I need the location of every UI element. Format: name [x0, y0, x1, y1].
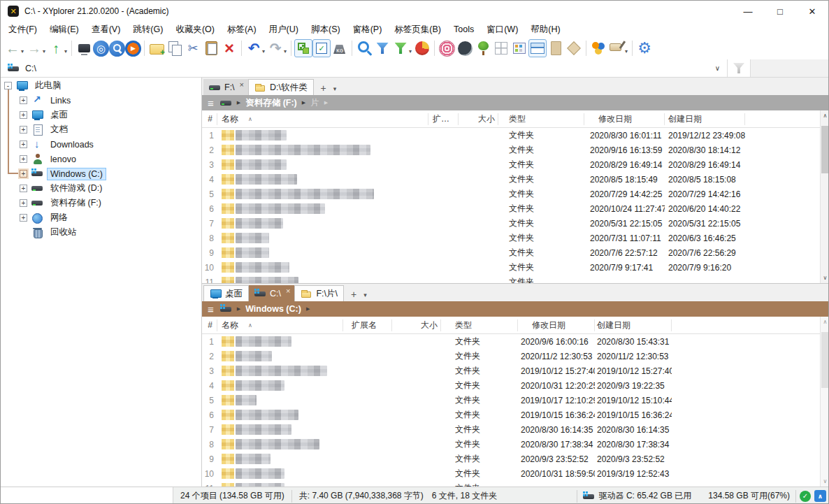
- menu-item[interactable]: 标签(A): [221, 22, 263, 37]
- status-panel-toggle-icon[interactable]: ∧: [814, 490, 826, 502]
- rotate-panel-icon[interactable]: [565, 39, 583, 57]
- scrollbar-thumb[interactable]: [821, 126, 829, 173]
- tree-item-label[interactable]: lenovo: [48, 154, 79, 165]
- tree-expander-icon[interactable]: +: [20, 111, 27, 119]
- breadcrumb-drive-icon[interactable]: [220, 304, 232, 314]
- address-input[interactable]: C:\: [25, 64, 36, 73]
- tree-item-label[interactable]: Windows (C:): [48, 168, 106, 180]
- tree-item[interactable]: + Windows (C:): [1, 166, 201, 181]
- tree-item[interactable]: + Downloads: [1, 137, 201, 152]
- tree-item[interactable]: - 此电脑: [1, 78, 201, 93]
- tree-expander-icon[interactable]: +: [20, 126, 27, 134]
- thumbnails-icon[interactable]: [492, 39, 510, 57]
- file-row[interactable]: 7 文件夹 2020/8/30 16:14:35 2020/8/30 16:14…: [202, 422, 829, 437]
- file-row[interactable]: 11 文件夹: [202, 481, 829, 487]
- scroll-down-icon[interactable]: ∨: [821, 273, 829, 283]
- new-tab-button[interactable]: +: [314, 82, 332, 95]
- address-dropdown-icon[interactable]: ∨: [708, 64, 727, 72]
- calculate-folder-size-icon[interactable]: [331, 39, 349, 57]
- menu-item[interactable]: 文件(F): [2, 22, 43, 37]
- tab[interactable]: F:\片\: [294, 285, 344, 301]
- column-header-created[interactable]: 创建日期: [665, 113, 745, 125]
- file-row[interactable]: 8 文件夹 2020/8/30 17:38:34 2020/8/30 17:38…: [202, 437, 829, 452]
- menu-item[interactable]: 查看(V): [85, 22, 127, 37]
- column-header-modified[interactable]: 修改日期: [518, 319, 595, 331]
- tree-item[interactable]: + 软件游戏 (D:): [1, 181, 201, 196]
- scroll-down-icon[interactable]: ∨: [821, 476, 829, 487]
- file-row[interactable]: 11 文件夹: [202, 275, 829, 283]
- dark-mode-icon[interactable]: [456, 39, 474, 57]
- address-bar[interactable]: C:\ ∨: [1, 59, 828, 78]
- cut-icon[interactable]: [184, 39, 202, 57]
- preview-panel-icon[interactable]: [547, 39, 565, 57]
- file-row[interactable]: 6 文件夹 2019/10/15 16:36:24 2019/10/15 16:…: [202, 408, 829, 422]
- tree-item[interactable]: + Links: [1, 93, 201, 108]
- back-icon[interactable]: [3, 39, 22, 57]
- breadcrumb-segment[interactable]: 片: [310, 97, 319, 109]
- tree-expander-icon[interactable]: +: [20, 185, 27, 192]
- tab-close-icon[interactable]: ×: [240, 80, 244, 89]
- up-icon[interactable]: [47, 39, 65, 57]
- column-header-type[interactable]: 类型: [441, 319, 518, 331]
- scrollbar-thumb[interactable]: [821, 332, 829, 388]
- tree-item-label[interactable]: 回收站: [48, 226, 80, 239]
- file-row[interactable]: 3 文件夹 2019/10/12 15:27:40 2019/10/12 15:…: [202, 363, 829, 378]
- menu-item[interactable]: 帮助(H): [524, 22, 566, 37]
- file-row[interactable]: 8 文件夹 2020/7/31 11:07:11 2020/6/3 16:46:…: [202, 231, 829, 245]
- breadcrumb-menu-icon[interactable]: ≡: [208, 97, 214, 109]
- hotlist-icon[interactable]: [93, 41, 109, 57]
- undo-icon[interactable]: [245, 39, 263, 57]
- file-row[interactable]: 2 文件夹 2020/9/16 16:13:59 2020/8/30 18:14…: [202, 143, 829, 157]
- file-row[interactable]: 1 文件夹 2020/9/6 16:00:16 2020/8/30 15:43:…: [202, 334, 829, 349]
- menu-item[interactable]: 脚本(S): [305, 22, 347, 37]
- zoom-icon[interactable]: [109, 41, 125, 57]
- column-header-size[interactable]: 大小: [392, 319, 441, 331]
- menu-item[interactable]: Tools: [447, 23, 480, 36]
- file-row[interactable]: 5 文件夹 2019/10/17 12:10:29 2019/10/12 15:…: [202, 393, 829, 408]
- tree-expander-icon[interactable]: +: [20, 155, 27, 163]
- paste-icon[interactable]: [202, 39, 220, 57]
- file-row[interactable]: 3 文件夹 2020/8/29 16:49:14 2020/8/29 16:49…: [202, 157, 829, 172]
- tree-item-label[interactable]: 文档: [48, 123, 71, 136]
- tab[interactable]: D:\软件类: [248, 79, 313, 95]
- file-row[interactable]: 5 文件夹 2020/7/29 14:42:25 2020/7/29 14:42…: [202, 187, 829, 201]
- file-row[interactable]: 4 文件夹 2020/8/5 18:15:49 2020/8/5 18:15:0…: [202, 172, 829, 187]
- tab[interactable]: C:\ ×: [249, 285, 294, 301]
- column-header-index[interactable]: #: [202, 113, 217, 125]
- column-header-index[interactable]: #: [202, 319, 217, 331]
- color-filters-icon[interactable]: [589, 39, 607, 57]
- split-view-icon[interactable]: [528, 39, 547, 57]
- highlight-folder-icon[interactable]: [607, 39, 626, 57]
- details-view-icon[interactable]: [510, 39, 528, 57]
- live-search-icon[interactable]: [355, 39, 373, 57]
- tree-item[interactable]: + lenovo: [1, 152, 201, 166]
- tab-close-icon[interactable]: ×: [286, 287, 290, 295]
- tree-item[interactable]: + 桌面: [1, 108, 201, 122]
- visual-filter-icon[interactable]: [733, 63, 744, 73]
- tree-item[interactable]: + 文档: [1, 122, 201, 137]
- breadcrumb-drive-icon[interactable]: [220, 98, 232, 108]
- tab-list-dropdown-icon[interactable]: ▾: [362, 291, 371, 301]
- new-tab-button[interactable]: +: [344, 289, 362, 301]
- breadcrumb-segment[interactable]: 资料存储 (F:): [245, 97, 297, 109]
- tree-expander-icon[interactable]: +: [20, 96, 27, 104]
- tree-toggle-icon[interactable]: [294, 39, 312, 57]
- file-row[interactable]: 10 文件夹 2020/10/31 18:59:50 2019/3/19 12:…: [202, 466, 829, 481]
- sync-folder-view-icon[interactable]: [75, 39, 93, 57]
- delete-icon[interactable]: [220, 39, 238, 57]
- tab-list-dropdown-icon[interactable]: ▾: [332, 85, 341, 95]
- file-row[interactable]: 9 文件夹 2020/7/6 22:57:12 2020/7/6 22:56:2…: [202, 245, 829, 260]
- tree-expander-icon[interactable]: +: [20, 199, 27, 207]
- tab[interactable]: F:\ ×: [203, 79, 248, 95]
- quick-filter-icon[interactable]: [391, 39, 410, 57]
- column-header-modified[interactable]: 修改日期: [584, 113, 665, 125]
- scroll-up-icon[interactable]: ∧: [821, 110, 829, 121]
- tree-expander-icon[interactable]: +: [20, 170, 27, 178]
- tree-item-label[interactable]: 软件游戏 (D:): [48, 182, 105, 195]
- bottom-scrollbar[interactable]: ∧ ∨: [820, 317, 829, 487]
- column-header-name[interactable]: 名称∧: [217, 113, 428, 125]
- close-button[interactable]: ✕: [796, 1, 828, 22]
- tree-item[interactable]: 回收站: [1, 225, 201, 240]
- minimize-button[interactable]: —: [732, 1, 764, 22]
- configuration-icon[interactable]: [635, 39, 654, 57]
